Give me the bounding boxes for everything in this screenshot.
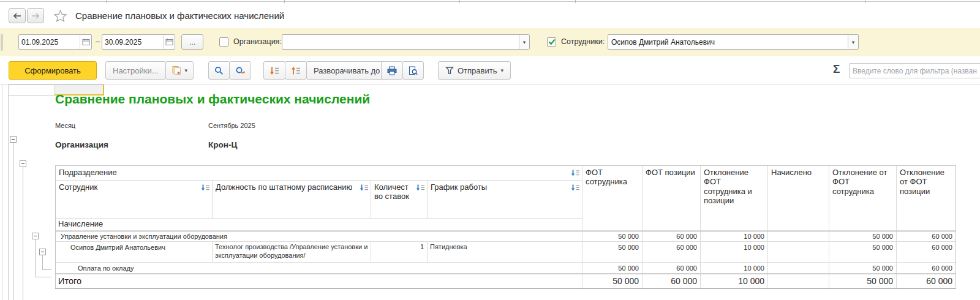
- send-label: Отправить: [458, 66, 497, 75]
- group-collapse-button[interactable]: [20, 160, 26, 167]
- group-tree-line: [13, 143, 13, 300]
- employees-checkbox[interactable]: [547, 37, 556, 47]
- cell-value: 60 000: [897, 231, 956, 242]
- cell-value: 50 000: [582, 242, 643, 263]
- collapse-groups-button[interactable]: [285, 61, 307, 80]
- cell-value: [768, 242, 829, 263]
- titlebar: Сравнение плановых и фактических начисле…: [0, 3, 980, 28]
- send-group: Отправить ▾: [438, 61, 511, 80]
- header-deviation-from-fot-position: Отклонение от ФОТ позиции: [897, 166, 956, 231]
- back-button[interactable]: [9, 8, 26, 23]
- cell-value: 50 000: [582, 263, 643, 274]
- date-from-input[interactable]: [19, 38, 80, 47]
- dropdown-icon[interactable]: ▾: [848, 35, 858, 49]
- report-title: Сравнение плановых и фактических начисле…: [55, 92, 370, 107]
- nav-buttons: [9, 8, 44, 23]
- sort-icon[interactable]: [360, 184, 369, 193]
- sheet-corner-cell[interactable]: [8, 84, 55, 96]
- search-next-button[interactable]: [229, 61, 251, 80]
- calendar-icon[interactable]: [163, 35, 175, 49]
- report-table: Подразделение Сотрудник Должность по шта…: [55, 165, 956, 289]
- group-collapse-button[interactable]: [10, 136, 17, 143]
- chevron-down-icon: ▾: [500, 67, 503, 73]
- row-accrual-name: Оплата по окладу: [56, 263, 582, 274]
- cell-value: [768, 274, 829, 288]
- period-more-button[interactable]: ...: [181, 34, 203, 50]
- cell-value: 50 000: [829, 274, 897, 288]
- group-collapse-button[interactable]: [32, 233, 39, 239]
- organization-checkbox[interactable]: [219, 37, 228, 47]
- preview-icon: [409, 66, 418, 75]
- settings-button[interactable]: Настройки...: [105, 61, 166, 80]
- row-department-name: Управление установки и эксплуатации обор…: [56, 231, 582, 242]
- month-label: Месяц: [55, 122, 75, 129]
- dropdown-icon[interactable]: ▾: [519, 35, 529, 49]
- table-divider-line: [56, 274, 956, 274]
- funnel-icon: [445, 66, 454, 75]
- date-to-field[interactable]: [102, 34, 175, 50]
- minus-icon: [34, 236, 37, 236]
- header-employee: Сотрудник: [56, 181, 213, 219]
- cell-value: 10 000: [701, 242, 768, 263]
- page-title: Сравнение плановых и фактических начисле…: [75, 10, 284, 21]
- forward-button[interactable]: [27, 8, 44, 23]
- group-collapse-button[interactable]: [39, 249, 46, 255]
- table-divider-line: [56, 231, 956, 231]
- cell-value: 50 000: [829, 263, 897, 274]
- check-icon: [548, 39, 556, 45]
- group-tree-line: [23, 167, 23, 300]
- minus-icon: [21, 163, 24, 164]
- group-tree-line: [42, 269, 51, 270]
- header-deviation-from-fot-employee: Отклонение от ФОТ сотрудника: [829, 166, 897, 231]
- expand-down-icon: [270, 66, 279, 75]
- date-to-input[interactable]: [102, 38, 163, 47]
- quick-filter-input[interactable]: [849, 63, 980, 78]
- app-window: Сравнение плановых и фактических начисле…: [0, 0, 980, 300]
- report-variants-icon: [172, 66, 181, 75]
- header-accrued: Начислено: [768, 166, 829, 231]
- favorite-star-icon[interactable]: [54, 10, 67, 22]
- top-edge-divider: [0, 1, 980, 2]
- autosum-indicator[interactable]: Σ: [833, 62, 840, 76]
- header-rate: Количество ставок: [371, 181, 428, 219]
- search-icon: [214, 66, 224, 75]
- sort-icon[interactable]: [571, 184, 580, 193]
- report-variants-button[interactable]: ▾: [165, 61, 194, 80]
- organization-combobox[interactable]: ▾: [282, 34, 530, 50]
- sort-icon[interactable]: [416, 184, 425, 193]
- header-position: Должность по штатному расписанию: [213, 181, 371, 219]
- cell-value: 50 000: [582, 274, 643, 288]
- search-button[interactable]: [208, 61, 230, 80]
- cell-value: [768, 231, 829, 242]
- minus-icon: [41, 252, 44, 252]
- organization-input[interactable]: [282, 35, 519, 49]
- header-fot-position: ФОТ позиции: [643, 166, 701, 231]
- organization-label: Организация:: [233, 37, 282, 46]
- expand-groups-button[interactable]: [263, 61, 285, 80]
- cell-value: [768, 263, 829, 274]
- group-tree-line: [35, 239, 36, 277]
- cell-value: 50 000: [582, 231, 643, 242]
- employees-label: Сотрудники:: [561, 37, 605, 46]
- cell-value: 60 000: [643, 231, 701, 242]
- employees-combobox[interactable]: ▾: [608, 34, 859, 50]
- date-range-separator: –: [96, 37, 100, 46]
- date-from-field[interactable]: [18, 34, 92, 50]
- sort-icon[interactable]: [201, 184, 210, 193]
- search-group: [208, 61, 251, 80]
- print-button[interactable]: [381, 61, 403, 80]
- employees-input[interactable]: [608, 35, 848, 49]
- sort-icon[interactable]: [571, 169, 580, 178]
- cell-value: 60 000: [643, 263, 701, 274]
- print-preview-button[interactable]: [402, 61, 424, 80]
- panel-splitter-handle[interactable]: [1, 34, 3, 51]
- send-button[interactable]: Отправить ▾: [438, 61, 511, 80]
- arrow-left-icon: [13, 13, 21, 19]
- printer-icon: [387, 66, 397, 75]
- row-employee-name: Осипов Дмитрий Анатольевич: [56, 242, 213, 263]
- expand-to-label: Разворачивать до: [314, 66, 380, 75]
- generate-button[interactable]: Сформировать: [9, 61, 97, 80]
- header-accrual: Начисление: [56, 219, 582, 231]
- row-employee-rate: 1: [371, 242, 428, 263]
- calendar-icon[interactable]: [80, 35, 91, 49]
